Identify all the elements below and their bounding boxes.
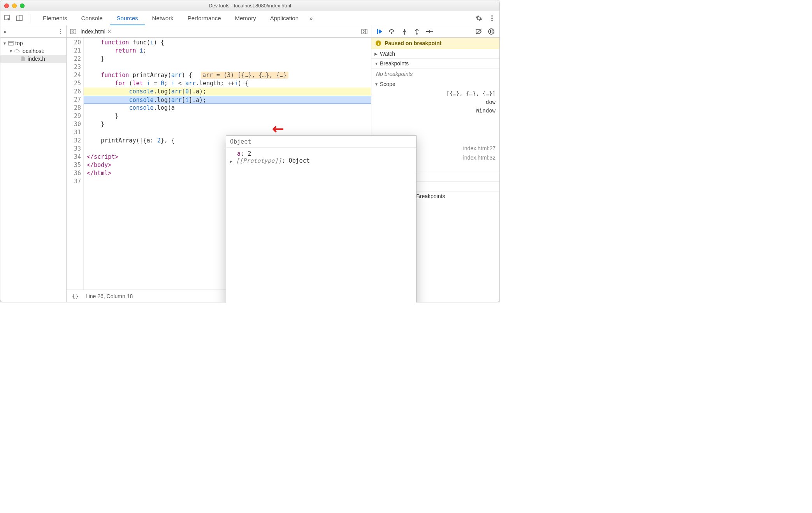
- resume-icon[interactable]: [375, 27, 384, 36]
- panel-toolbar: Elements Console Sources Network Perform…: [0, 11, 499, 25]
- navigator-overflow[interactable]: »: [4, 28, 7, 35]
- cloud-icon: [14, 48, 20, 54]
- scope-section-head[interactable]: ▼ Scope: [371, 79, 499, 89]
- kebab-menu-icon[interactable]: [487, 13, 497, 23]
- svg-rect-2: [19, 15, 22, 21]
- chevron-right-icon: ▶: [230, 159, 232, 163]
- callstack-loc: index.html:27: [463, 145, 496, 151]
- line-number[interactable]: 28: [67, 104, 81, 112]
- toolbar-separator: [30, 14, 30, 23]
- code-line[interactable]: }: [84, 55, 371, 63]
- tab-elements[interactable]: Elements: [36, 11, 74, 25]
- callstack-loc: index.html:32: [463, 155, 496, 161]
- scope-dow-partial: dow: [375, 98, 496, 106]
- svg-point-17: [404, 33, 405, 35]
- line-number[interactable]: 24: [67, 71, 81, 79]
- code-line[interactable]: return i;: [84, 47, 371, 55]
- object-hover-popover: Object a: 2 ▶ [[Prototype]]: Object: [226, 135, 417, 302]
- code-line[interactable]: console.log(arr[i].a);: [84, 96, 371, 104]
- toggle-debugger-icon[interactable]: [360, 27, 369, 36]
- breakpoints-empty: No breakpoints: [371, 69, 499, 79]
- svg-rect-23: [492, 30, 492, 33]
- device-toolbar-icon[interactable]: [14, 13, 25, 23]
- tab-network[interactable]: Network: [145, 11, 181, 25]
- line-number[interactable]: 21: [67, 47, 81, 55]
- editor-tab-index[interactable]: index.html ×: [81, 28, 111, 35]
- titlebar: DevTools - localhost:8080/index.html: [0, 0, 499, 11]
- file-tree: ▼ top ▼ localhost:: [0, 38, 66, 64]
- popover-property-row[interactable]: a: 2: [230, 150, 412, 157]
- svg-point-18: [416, 33, 418, 35]
- tree-top[interactable]: ▼ top: [0, 39, 66, 47]
- line-number[interactable]: 20: [67, 39, 81, 47]
- code-line[interactable]: }: [84, 120, 371, 128]
- step-over-icon[interactable]: [388, 27, 396, 36]
- line-number[interactable]: 36: [67, 169, 81, 177]
- settings-icon[interactable]: [474, 13, 484, 23]
- tab-performance[interactable]: Performance: [181, 11, 228, 25]
- tab-application[interactable]: Application: [263, 11, 306, 25]
- svg-point-16: [391, 32, 392, 34]
- window-title: DevTools - localhost:8080/index.html: [0, 3, 499, 9]
- step-out-icon[interactable]: [413, 27, 421, 36]
- popover-proto-key: [[Prototype]]: [236, 157, 281, 164]
- chevron-down-icon: ▼: [3, 41, 7, 46]
- line-number[interactable]: 31: [67, 128, 81, 137]
- line-number[interactable]: 22: [67, 55, 81, 63]
- code-line[interactable]: function func(i) {: [84, 39, 371, 47]
- breakpoints-section-head[interactable]: ▼ Breakpoints: [371, 59, 499, 69]
- tab-console[interactable]: Console: [74, 11, 110, 25]
- popover-prop-val: 2: [248, 150, 251, 157]
- step-icon[interactable]: [425, 27, 434, 36]
- line-number[interactable]: 27: [67, 96, 81, 104]
- line-number[interactable]: 32: [67, 137, 81, 145]
- tab-sources[interactable]: Sources: [110, 12, 145, 25]
- popover-prototype-row[interactable]: ▶ [[Prototype]]: Object: [230, 157, 412, 164]
- toggle-navigator-icon[interactable]: [69, 27, 77, 36]
- cursor-position: Line 26, Column 18: [86, 293, 133, 299]
- tab-memory[interactable]: Memory: [228, 11, 263, 25]
- inspect-element-icon[interactable]: [3, 13, 13, 23]
- step-into-icon[interactable]: [400, 27, 409, 36]
- debugger-toolbar: [371, 25, 499, 38]
- paused-banner: Paused on breakpoint: [371, 38, 499, 49]
- close-icon[interactable]: ×: [108, 28, 111, 35]
- line-number[interactable]: 34: [67, 153, 81, 161]
- navigator-header: »: [0, 25, 66, 38]
- code-line[interactable]: for (let i = 0; i < arr.length; ++i) {: [84, 79, 371, 88]
- svg-rect-25: [378, 43, 379, 45]
- deactivate-breakpoints-icon[interactable]: [475, 27, 483, 36]
- code-line[interactable]: function printArray(arr) { arr = (3) [{……: [84, 71, 371, 79]
- tab-overflow[interactable]: »: [306, 11, 316, 25]
- line-number[interactable]: 29: [67, 112, 81, 120]
- line-number[interactable]: 30: [67, 120, 81, 128]
- line-number[interactable]: 23: [67, 63, 81, 71]
- popover-type: Object: [226, 136, 416, 148]
- svg-point-6: [60, 29, 61, 30]
- pause-exceptions-icon[interactable]: [487, 27, 496, 36]
- code-line[interactable]: console.log(arr[0].a);: [84, 88, 371, 96]
- tree-file-label: index.h: [28, 56, 45, 62]
- chevron-right-icon: ▶: [374, 52, 378, 56]
- line-number[interactable]: 25: [67, 79, 81, 88]
- code-line[interactable]: console.log(a: [84, 104, 371, 112]
- svg-point-5: [491, 20, 493, 21]
- line-number[interactable]: 37: [67, 177, 81, 186]
- paused-text: Paused on breakpoint: [385, 40, 441, 46]
- chevron-down-icon: ▼: [374, 82, 378, 86]
- code-line[interactable]: }: [84, 112, 371, 120]
- tree-host[interactable]: ▼ localhost:: [0, 47, 66, 55]
- line-number[interactable]: 35: [67, 161, 81, 169]
- svg-point-4: [491, 18, 493, 19]
- navigator-kebab-icon[interactable]: [58, 29, 63, 34]
- line-number[interactable]: 33: [67, 145, 81, 153]
- line-number[interactable]: 26: [67, 88, 81, 96]
- watch-section-head[interactable]: ▶ Watch: [371, 49, 499, 59]
- info-icon: [375, 40, 381, 46]
- format-code-icon[interactable]: {}: [72, 293, 79, 299]
- editor-tabbar: index.html ×: [67, 25, 371, 38]
- svg-rect-9: [9, 41, 13, 45]
- scope-window-value: Window: [375, 106, 496, 115]
- code-line[interactable]: [84, 63, 371, 71]
- tree-file-index[interactable]: index.h: [0, 55, 66, 63]
